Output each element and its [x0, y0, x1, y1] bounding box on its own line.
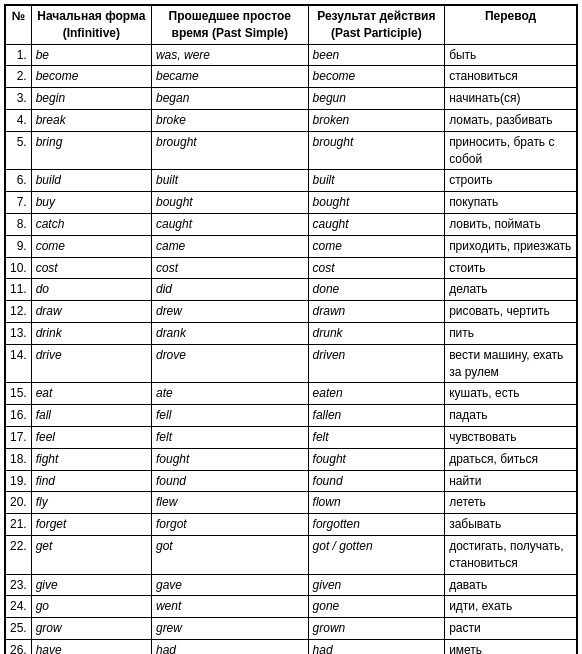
cell-infinitive: break	[31, 109, 151, 131]
cell-past-simple: grew	[151, 618, 308, 640]
cell-translation: быть	[445, 44, 577, 66]
cell-past-simple: did	[151, 279, 308, 301]
cell-infinitive: get	[31, 535, 151, 574]
cell-translation: начинать(ся)	[445, 88, 577, 110]
cell-past-participle: got / gotten	[308, 535, 445, 574]
cell-infinitive: give	[31, 574, 151, 596]
cell-past-simple: built	[151, 170, 308, 192]
cell-translation: пить	[445, 322, 577, 344]
cell-num: 13.	[5, 322, 31, 344]
cell-translation: иметь	[445, 639, 577, 654]
cell-past-simple: brought	[151, 131, 308, 170]
cell-num: 2.	[5, 66, 31, 88]
cell-translation: падать	[445, 405, 577, 427]
col-header-translation: Перевод	[445, 5, 577, 44]
cell-infinitive: become	[31, 66, 151, 88]
cell-num: 14.	[5, 344, 31, 383]
cell-translation: идти, ехать	[445, 596, 577, 618]
cell-past-participle: fought	[308, 448, 445, 470]
cell-infinitive: drink	[31, 322, 151, 344]
cell-translation: ломать, разбивать	[445, 109, 577, 131]
cell-infinitive: catch	[31, 213, 151, 235]
table-row: 12.drawdrewdrawnрисовать, чертить	[5, 301, 577, 323]
cell-past-simple: drank	[151, 322, 308, 344]
cell-num: 5.	[5, 131, 31, 170]
cell-num: 21.	[5, 514, 31, 536]
cell-past-participle: drunk	[308, 322, 445, 344]
table-row: 22.getgotgot / gottenдостигать, получать…	[5, 535, 577, 574]
cell-past-simple: forgot	[151, 514, 308, 536]
cell-past-participle: had	[308, 639, 445, 654]
cell-num: 15.	[5, 383, 31, 405]
cell-infinitive: find	[31, 470, 151, 492]
cell-past-participle: found	[308, 470, 445, 492]
cell-past-participle: begun	[308, 88, 445, 110]
cell-num: 22.	[5, 535, 31, 574]
col-header-infinitive: Начальная форма (Infinitive)	[31, 5, 151, 44]
table-row: 11.dodiddoneделать	[5, 279, 577, 301]
cell-past-participle: built	[308, 170, 445, 192]
table-row: 15.eatateeatenкушать, есть	[5, 383, 577, 405]
cell-infinitive: drive	[31, 344, 151, 383]
cell-past-participle: fallen	[308, 405, 445, 427]
cell-translation: кушать, есть	[445, 383, 577, 405]
table-row: 14.drivedrovedrivenвести машину, ехать з…	[5, 344, 577, 383]
cell-infinitive: fly	[31, 492, 151, 514]
cell-past-participle: gone	[308, 596, 445, 618]
cell-translation: давать	[445, 574, 577, 596]
cell-infinitive: be	[31, 44, 151, 66]
cell-past-simple: fell	[151, 405, 308, 427]
cell-num: 7.	[5, 192, 31, 214]
cell-past-participle: broken	[308, 109, 445, 131]
cell-translation: приходить, приезжать	[445, 235, 577, 257]
table-row: 23.givegavegivenдавать	[5, 574, 577, 596]
cell-num: 20.	[5, 492, 31, 514]
cell-past-simple: cost	[151, 257, 308, 279]
cell-translation: становиться	[445, 66, 577, 88]
cell-infinitive: forget	[31, 514, 151, 536]
cell-num: 19.	[5, 470, 31, 492]
table-row: 9.comecamecomeприходить, приезжать	[5, 235, 577, 257]
cell-num: 8.	[5, 213, 31, 235]
cell-infinitive: fight	[31, 448, 151, 470]
cell-infinitive: bring	[31, 131, 151, 170]
cell-past-participle: grown	[308, 618, 445, 640]
col-header-past-participle: Результат действия (Past Participle)	[308, 5, 445, 44]
cell-past-participle: come	[308, 235, 445, 257]
cell-translation: покупать	[445, 192, 577, 214]
cell-translation: делать	[445, 279, 577, 301]
cell-past-participle: driven	[308, 344, 445, 383]
table-row: 18.fightfoughtfoughtдраться, биться	[5, 448, 577, 470]
cell-infinitive: go	[31, 596, 151, 618]
table-row: 8.catchcaughtcaughtловить, поймать	[5, 213, 577, 235]
cell-translation: строить	[445, 170, 577, 192]
table-row: 1.bewas, werebeenбыть	[5, 44, 577, 66]
cell-past-simple: found	[151, 470, 308, 492]
cell-translation: достигать, получать, становиться	[445, 535, 577, 574]
cell-past-simple: gave	[151, 574, 308, 596]
table-row: 24.gowentgoneидти, ехать	[5, 596, 577, 618]
col-header-num: №	[5, 5, 31, 44]
table-row: 25.growgrewgrownрасти	[5, 618, 577, 640]
cell-infinitive: buy	[31, 192, 151, 214]
cell-num: 23.	[5, 574, 31, 596]
cell-infinitive: have	[31, 639, 151, 654]
table-row: 13.drinkdrankdrunkпить	[5, 322, 577, 344]
cell-past-simple: had	[151, 639, 308, 654]
table-row: 20.flyflewflownлететь	[5, 492, 577, 514]
cell-translation: рисовать, чертить	[445, 301, 577, 323]
cell-past-simple: caught	[151, 213, 308, 235]
cell-infinitive: do	[31, 279, 151, 301]
cell-translation: чувствовать	[445, 426, 577, 448]
cell-num: 6.	[5, 170, 31, 192]
cell-past-simple: felt	[151, 426, 308, 448]
cell-past-participle: brought	[308, 131, 445, 170]
cell-num: 3.	[5, 88, 31, 110]
cell-infinitive: draw	[31, 301, 151, 323]
cell-past-participle: felt	[308, 426, 445, 448]
cell-past-participle: been	[308, 44, 445, 66]
table-row: 7.buyboughtboughtпокупать	[5, 192, 577, 214]
cell-num: 16.	[5, 405, 31, 427]
cell-past-simple: began	[151, 88, 308, 110]
table-row: 6.buildbuiltbuiltстроить	[5, 170, 577, 192]
